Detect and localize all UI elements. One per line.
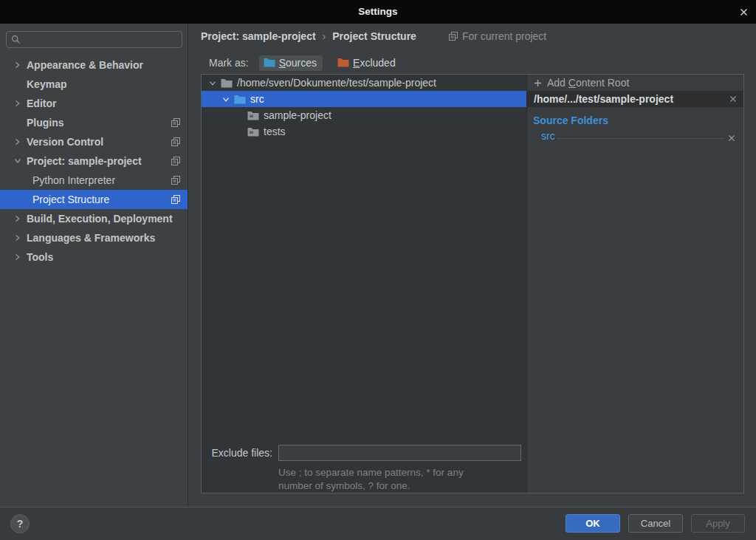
content-root-details-pane: Add Content Root /home/.../test/sample-p…	[526, 75, 743, 493]
exclude-files-section: Exclude files: Use ; to separate name pa…	[202, 445, 526, 493]
search-icon	[11, 35, 21, 44]
per-project-icon	[171, 118, 180, 127]
dotted-leader	[557, 138, 724, 139]
sidebar-item-appearance-behavior[interactable]: Appearance & Behavior	[0, 55, 188, 75]
chevron-down-icon[interactable]	[208, 80, 217, 86]
screens-icon	[449, 32, 458, 41]
sidebar-item-label: Build, Execution, Deployment	[27, 213, 173, 225]
settings-nav: Appearance & Behavior Keymap Editor Plug…	[0, 55, 188, 267]
source-folders-heading: Source Folders	[533, 115, 743, 126]
chevron-right-icon	[14, 215, 21, 222]
tree-row-tests[interactable]: tests	[202, 123, 526, 140]
close-button[interactable]	[737, 5, 750, 18]
sidebar-item-project-structure[interactable]: Project Structure	[0, 190, 188, 209]
content-root-entry[interactable]: /home/.../test/sample-project	[527, 91, 743, 107]
per-project-icon	[171, 176, 180, 185]
plus-icon	[534, 79, 542, 87]
scope-note: For current project	[449, 30, 546, 42]
folder-icon	[247, 127, 259, 137]
sidebar-item-python-interpreter[interactable]: Python Interpreter	[0, 171, 188, 190]
titlebar: Settings	[0, 0, 756, 24]
content-root-path: /home/.../test/sample-project	[534, 93, 673, 105]
chevron-right-icon	[14, 61, 21, 69]
sidebar-item-editor[interactable]: Editor	[0, 94, 188, 113]
sidebar-item-languages-frameworks[interactable]: Languages & Frameworks	[0, 228, 188, 247]
mark-as-excluded-button[interactable]: Excluded	[333, 55, 402, 71]
source-folder-icon	[234, 95, 246, 104]
content-root-tree: /home/sven/Dokumente/test/sample-project…	[202, 75, 526, 493]
settings-search-box[interactable]	[6, 31, 182, 48]
tree-row-content-root[interactable]: /home/sven/Dokumente/test/sample-project	[202, 75, 526, 91]
project-structure-panel: /home/sven/Dokumente/test/sample-project…	[201, 74, 744, 493]
tree-row-label: /home/sven/Dokumente/test/sample-project	[237, 77, 436, 89]
cancel-button[interactable]: Cancel	[628, 514, 683, 533]
breadcrumb-page: Project Structure	[332, 30, 416, 42]
per-project-icon	[171, 157, 180, 165]
breadcrumb-project[interactable]: Project: sample-project	[201, 30, 316, 42]
chevron-right-icon	[14, 100, 21, 107]
sidebar-item-label: Version Control	[27, 136, 103, 148]
ok-button[interactable]: OK	[566, 514, 620, 533]
sidebar-item-label: Tools	[27, 251, 53, 263]
settings-sidebar: Appearance & Behavior Keymap Editor Plug…	[0, 24, 188, 507]
sidebar-item-project-sample-project[interactable]: Project: sample-project	[0, 151, 188, 171]
excluded-folder-icon	[337, 58, 349, 67]
source-folder-icon	[264, 58, 275, 67]
sidebar-item-label: Keymap	[27, 78, 66, 90]
window-title: Settings	[0, 0, 756, 24]
tree-row-sample-project[interactable]: sample-project	[202, 107, 526, 123]
sidebar-item-label: Project: sample-project	[27, 155, 142, 167]
tree-row-label: sample-project	[264, 109, 331, 121]
tree-row-src[interactable]: src	[202, 91, 526, 107]
x-icon	[728, 134, 735, 142]
sidebar-item-keymap[interactable]: Keymap	[0, 75, 188, 94]
sidebar-item-plugins[interactable]: Plugins	[0, 113, 188, 132]
per-project-icon	[171, 137, 180, 146]
mark-as-sources-button[interactable]: Sources	[259, 55, 323, 71]
sidebar-item-label: Editor	[27, 98, 56, 109]
tree-row-label: tests	[264, 126, 286, 137]
source-folder-entry-src[interactable]: src	[541, 130, 735, 142]
sidebar-item-label: Plugins	[27, 117, 64, 129]
help-button[interactable]: ?	[10, 514, 30, 533]
chevron-right-icon	[14, 234, 21, 242]
sidebar-item-label: Languages & Frameworks	[27, 232, 155, 244]
search-input[interactable]	[24, 34, 182, 45]
exclude-files-hint: Use ; to separate name patterns, * for a…	[278, 466, 522, 493]
chevron-down-icon	[14, 157, 21, 164]
breadcrumb: Project: sample-project › Project Struct…	[201, 30, 546, 43]
chevron-right-icon	[14, 253, 21, 261]
dialog-footer: ? OK Cancel Apply	[0, 507, 756, 540]
sidebar-item-version-control[interactable]: Version Control	[0, 132, 188, 151]
close-icon	[740, 8, 748, 16]
add-content-root-label: Add Content Root	[547, 77, 629, 89]
mark-as-toolbar: Mark as: Sources Excluded	[209, 54, 402, 72]
remove-content-root-button[interactable]	[729, 95, 737, 103]
folder-icon	[221, 78, 233, 88]
remove-source-folder-button[interactable]	[728, 134, 735, 142]
chevron-down-icon[interactable]	[221, 96, 230, 103]
scope-note-label: For current project	[462, 30, 546, 42]
mark-as-label: Mark as:	[209, 57, 249, 69]
tree-row-label: src	[250, 93, 264, 105]
add-content-root-button[interactable]: Add Content Root	[527, 75, 743, 91]
chevron-right-icon	[14, 138, 21, 146]
per-project-icon	[171, 195, 180, 204]
exclude-files-label: Exclude files:	[202, 447, 272, 459]
x-icon	[729, 95, 737, 103]
breadcrumb-separator: ›	[323, 30, 326, 42]
sidebar-item-label: Python Interpreter	[32, 174, 115, 186]
sidebar-item-build-execution-deployment[interactable]: Build, Execution, Deployment	[0, 209, 188, 228]
source-folder-name: src	[541, 130, 555, 142]
exclude-files-input[interactable]	[278, 445, 521, 461]
sidebar-item-label: Project Structure	[32, 194, 109, 205]
mark-as-excluded-label: Excluded	[353, 57, 396, 69]
sidebar-item-label: Appearance & Behavior	[27, 59, 143, 71]
sidebar-item-tools[interactable]: Tools	[0, 247, 188, 267]
mark-as-sources-label: Sources	[279, 57, 317, 69]
folder-icon	[247, 111, 259, 120]
apply-button[interactable]: Apply	[691, 514, 745, 533]
